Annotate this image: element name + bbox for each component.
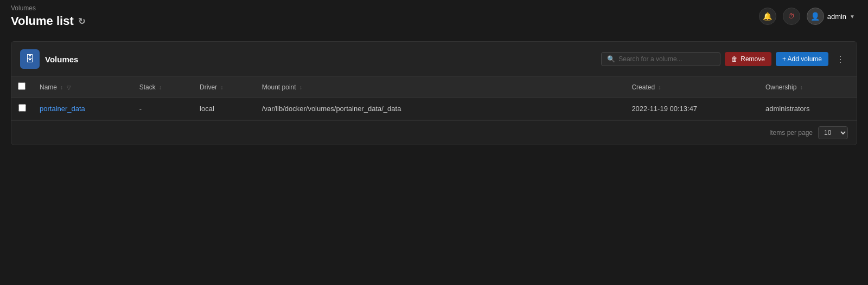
name-filter-icon[interactable]: ▽	[67, 85, 71, 90]
col-created: Created ↕	[625, 77, 759, 98]
items-per-page-label: Items per page	[769, 129, 813, 137]
top-bar: Volumes Volume list ↻ 🔔 ⏱ 👤 admin ▼	[0, 0, 868, 33]
table-row: portainer_data - local /var/lib/docker/v…	[11, 98, 857, 120]
stack-sort-icon[interactable]: ↕	[159, 85, 162, 90]
database-icon: 🗄	[25, 54, 34, 64]
mount-sort-icon[interactable]: ↕	[299, 85, 302, 90]
user-name: admin	[827, 12, 846, 21]
table-head: Name ↕ ▽ Stack ↕ Driver ↕ Mount point	[11, 77, 857, 98]
row-created: 2022-11-19 00:13:47	[625, 98, 759, 120]
row-checkbox-cell	[11, 98, 33, 120]
top-bar-left: Volumes Volume list ↻	[11, 4, 85, 28]
chevron-down-icon: ▼	[850, 14, 855, 20]
select-all-checkbox[interactable]	[18, 82, 25, 90]
ellipsis-icon: ⋮	[836, 54, 845, 64]
search-input[interactable]	[618, 55, 714, 63]
row-stack: -	[133, 98, 193, 120]
items-per-page-select[interactable]: 10 20 50 100	[818, 126, 848, 139]
row-checkbox[interactable]	[18, 104, 26, 112]
trash-icon: 🗑	[731, 55, 738, 63]
breadcrumb: Volumes	[11, 4, 85, 12]
select-all-cell	[11, 77, 33, 98]
card-header-right: 🔍 🗑 Remove + Add volume ⋮	[601, 51, 848, 67]
row-mount-point: /var/lib/docker/volumes/portainer_data/_…	[256, 98, 626, 120]
card-header: 🗄 Volumes 🔍 🗑 Remove + Add volume ⋮	[11, 42, 857, 77]
volume-link[interactable]: portainer_data	[40, 105, 85, 113]
col-driver: Driver ↕	[193, 77, 256, 98]
col-mount-point: Mount point ↕	[256, 77, 626, 98]
refresh-icon[interactable]: ↻	[78, 16, 85, 27]
volumes-table: Name ↕ ▽ Stack ↕ Driver ↕ Mount point	[11, 77, 857, 120]
search-box: 🔍	[601, 52, 720, 66]
avatar: 👤	[807, 8, 824, 25]
table-footer: Items per page 10 20 50 100	[11, 120, 857, 145]
bell-icon: 🔔	[763, 12, 772, 21]
notifications-button[interactable]: 🔔	[759, 8, 776, 25]
col-name: Name ↕ ▽	[33, 77, 133, 98]
col-stack: Stack ↕	[133, 77, 193, 98]
card-icon: 🗄	[20, 49, 40, 69]
top-bar-right: 🔔 ⏱ 👤 admin ▼	[759, 8, 855, 25]
remove-button[interactable]: 🗑 Remove	[725, 52, 771, 66]
table-body: portainer_data - local /var/lib/docker/v…	[11, 98, 857, 120]
search-icon: 🔍	[607, 55, 615, 63]
row-driver: local	[193, 98, 256, 120]
activity-icon: ⏱	[788, 12, 795, 20]
card-header-left: 🗄 Volumes	[20, 49, 78, 69]
avatar-icon: 👤	[810, 12, 820, 21]
add-volume-button[interactable]: + Add volume	[776, 52, 828, 66]
main-content: 🗄 Volumes 🔍 🗑 Remove + Add volume ⋮	[0, 33, 868, 154]
created-sort-icon[interactable]: ↕	[658, 85, 661, 90]
name-sort-icon[interactable]: ↕	[60, 85, 63, 90]
volumes-card: 🗄 Volumes 🔍 🗑 Remove + Add volume ⋮	[11, 41, 857, 145]
page-title: Volume list ↻	[11, 14, 85, 28]
table-header-row: Name ↕ ▽ Stack ↕ Driver ↕ Mount point	[11, 77, 857, 98]
row-ownership: administrators	[759, 98, 857, 120]
activity-button[interactable]: ⏱	[783, 8, 800, 25]
card-title: Volumes	[45, 55, 78, 64]
row-name: portainer_data	[33, 98, 133, 120]
ownership-sort-icon[interactable]: ↕	[800, 85, 803, 90]
more-options-button[interactable]: ⋮	[833, 51, 848, 67]
driver-sort-icon[interactable]: ↕	[220, 85, 223, 90]
col-ownership: Ownership ↕	[759, 77, 857, 98]
user-menu[interactable]: 👤 admin ▼	[807, 8, 855, 25]
